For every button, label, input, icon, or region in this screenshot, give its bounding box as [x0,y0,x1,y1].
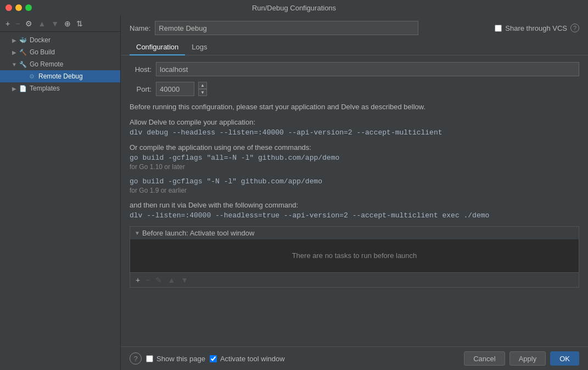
bl-up-button[interactable]: ▲ [165,274,177,285]
port-up-button[interactable]: ▲ [198,82,207,89]
go-build-arrow: ▶ [11,49,18,55]
show-page-label: Show this page [156,355,205,363]
activate-tool-label: Activate tool window [220,355,285,363]
code3-note: for Go 1.9 or earlier [130,187,579,194]
main-window: Run/Debug Configurations + − ⚙ ▲ ▼ ⊕ ⇅ ▶… [0,0,588,370]
help-button[interactable]: ? [130,352,142,365]
help-icon[interactable]: ? [570,24,579,32]
before-launch-header[interactable]: ▼ Before launch: Activate tool window [130,227,579,239]
show-page-checkbox[interactable] [146,355,153,362]
bl-edit-button[interactable]: ✎ [153,274,164,285]
section1-label: Allow Delve to compile your application: [130,118,579,126]
before-launch-toolbar: + − ✎ ▲ ▼ [130,272,579,287]
go-remote-icon: 🔧 [19,60,27,69]
port-row: Port: ▲ ▼ [130,82,579,96]
docker-arrow: ▶ [11,37,18,43]
info-text: Before running this configuration, pleas… [130,102,579,113]
sidebar-item-templates-label: Templates [30,85,60,92]
port-label: Port: [130,85,152,93]
sidebar-item-remote-debug[interactable]: ▶ ⚙ Remote Debug [0,70,120,82]
bottom-bar: ? Show this page Activate tool window Ca… [121,346,588,370]
before-launch-arrow: ▼ [135,230,140,236]
share-row: Share through VCS ? [495,24,579,32]
cancel-button[interactable]: Cancel [464,351,505,366]
host-label: Host: [130,65,152,74]
port-down-button[interactable]: ▼ [198,89,207,96]
sidebar-item-go-remote[interactable]: ▼ 🔧 Go Remote [0,58,120,70]
window-controls [5,4,32,11]
templates-arrow: ▶ [11,85,18,92]
before-launch-section: ▼ Before launch: Activate tool window Th… [130,226,579,288]
before-launch-body: There are no tasks to run before launch [130,239,579,272]
close-button[interactable] [5,4,12,11]
share-label: Share through VCS [505,24,567,32]
sidebar-item-go-build-label: Go Build [30,48,55,56]
code2: go build -gcflags "all=-N -l" github.com… [130,154,579,162]
config-content: Host: Port: ▲ ▼ Before running this conf… [121,55,588,346]
sidebar-item-go-remote-label: Go Remote [30,60,63,68]
section3-label: and then run it via Delve with the follo… [130,201,579,209]
name-row: Name: Share through VCS ? [121,15,588,40]
bl-add-button[interactable]: + [133,274,142,285]
tabs: Configuration Logs [121,40,588,55]
port-input[interactable] [156,82,194,96]
host-row: Host: [130,62,579,76]
sidebar: + − ⚙ ▲ ▼ ⊕ ⇅ ▶ 🐳 Docker ▶ 🔨 Go [0,15,121,370]
before-launch-title: Before launch: Activate tool window [142,229,255,237]
move-down-button[interactable]: ▼ [49,19,61,29]
remove-config-button[interactable]: − [13,19,22,29]
activate-tool-row: Activate tool window [210,355,285,363]
sidebar-item-remote-debug-label: Remote Debug [38,72,83,80]
sidebar-item-go-build[interactable]: ▶ 🔨 Go Build [0,46,120,58]
no-tasks-text: There are no tasks to run before launch [292,251,417,260]
sidebar-item-docker-label: Docker [30,36,51,44]
ok-button[interactable]: OK [550,351,579,366]
name-label: Name: [130,24,150,32]
main-content: + − ⚙ ▲ ▼ ⊕ ⇅ ▶ 🐳 Docker ▶ 🔨 Go [0,15,588,370]
sidebar-item-templates[interactable]: ▶ 📄 Templates [0,82,120,94]
code2-note: for Go 1.10 or later [130,163,579,171]
settings-config-button[interactable]: ⚙ [23,19,35,29]
remote-debug-icon: ⚙ [27,72,36,81]
window-title: Run/Debug Configurations [252,4,336,12]
sidebar-toolbar: + − ⚙ ▲ ▼ ⊕ ⇅ [0,15,120,32]
tab-logs[interactable]: Logs [185,40,214,55]
add-config-button[interactable]: + [3,19,12,29]
share-checkbox[interactable] [495,25,502,32]
code4: dlv --listen=:40000 --headless=true --ap… [130,211,579,220]
apply-button[interactable]: Apply [509,351,546,366]
sidebar-item-docker[interactable]: ▶ 🐳 Docker [0,34,120,46]
port-spinner: ▲ ▼ [198,82,207,96]
templates-icon: 📄 [19,84,27,93]
section2-label: Or compile the application using one of … [130,143,579,152]
show-page-row: Show this page [146,355,205,363]
go-build-icon: 🔨 [19,48,27,57]
title-bar: Run/Debug Configurations [0,0,588,15]
minimize-button[interactable] [15,4,22,11]
move-up-button[interactable]: ▲ [36,19,48,29]
host-input[interactable] [156,62,579,76]
bl-down-button[interactable]: ▼ [178,274,191,285]
sort-config-button[interactable]: ⇅ [74,19,85,29]
name-input[interactable] [155,21,418,35]
tab-configuration[interactable]: Configuration [130,40,185,55]
activate-tool-checkbox[interactable] [210,355,217,362]
right-panel: Name: Share through VCS ? Configuration … [121,15,588,370]
go-remote-arrow: ▼ [11,61,18,68]
docker-icon: 🐳 [19,36,27,44]
bl-remove-button[interactable]: − [143,274,152,285]
code1: dlv debug --headless --listen=:40000 --a… [130,128,579,137]
maximize-button[interactable] [25,4,32,11]
sidebar-tree: ▶ 🐳 Docker ▶ 🔨 Go Build ▼ 🔧 Go Remote [0,32,120,370]
copy-config-button[interactable]: ⊕ [62,19,73,29]
code3: go build -gcflags "-N -l" github.com/app… [130,177,579,186]
